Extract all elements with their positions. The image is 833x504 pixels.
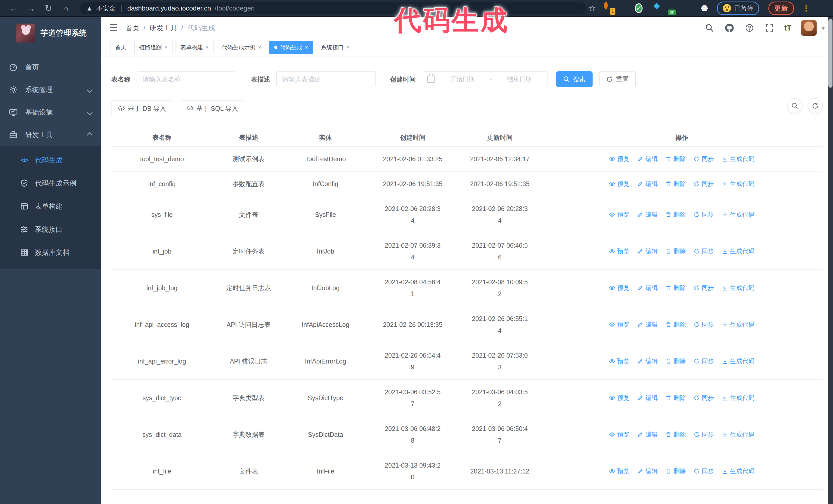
action-同步[interactable]: 同步 — [694, 467, 714, 475]
action-预览[interactable]: 预览 — [609, 357, 629, 365]
action-生成代码[interactable]: 生成代码 — [722, 284, 755, 292]
action-编辑[interactable]: 编辑 — [637, 211, 658, 219]
action-同步[interactable]: 同步 — [694, 394, 714, 402]
date-end-placeholder[interactable]: 结束日期 — [497, 75, 542, 83]
action-删除[interactable]: 删除 — [665, 394, 686, 402]
scrollbar-thumb[interactable] — [828, 19, 832, 88]
date-start-placeholder[interactable]: 开始日期 — [439, 75, 485, 83]
github-icon[interactable] — [724, 23, 735, 33]
import-sql-button[interactable]: 基于 SQL 导入 — [180, 100, 245, 116]
sidebar-item-infra[interactable]: 基础设施 — [0, 101, 101, 124]
toggle-search-button[interactable] — [787, 98, 802, 113]
action-生成代码[interactable]: 生成代码 — [722, 211, 755, 219]
action-预览[interactable]: 预览 — [609, 430, 629, 439]
action-同步[interactable]: 同步 — [694, 430, 714, 439]
tag-代码生成示例[interactable]: 代码生成示例× — [217, 41, 266, 54]
action-预览[interactable]: 预览 — [609, 467, 629, 475]
action-编辑[interactable]: 编辑 — [637, 180, 658, 188]
action-删除[interactable]: 删除 — [665, 180, 686, 188]
forward-icon[interactable]: → — [24, 3, 38, 13]
close-icon[interactable]: × — [206, 44, 209, 51]
sidebar-item-codegen[interactable]: </> 代码生成 — [0, 149, 101, 172]
action-编辑[interactable]: 编辑 — [637, 467, 658, 475]
action-预览[interactable]: 预览 — [609, 211, 629, 219]
action-编辑[interactable]: 编辑 — [637, 357, 658, 365]
action-同步[interactable]: 同步 — [694, 357, 714, 365]
paused-chip[interactable]: 已暂停 — [717, 2, 759, 15]
back-icon[interactable]: ← — [7, 3, 21, 13]
avatar-caret-icon[interactable]: ▾ — [822, 24, 825, 31]
browser-menu-icon[interactable]: ⋮ — [802, 3, 811, 13]
action-同步[interactable]: 同步 — [694, 284, 714, 292]
action-预览[interactable]: 预览 — [609, 320, 629, 329]
import-db-button[interactable]: 基于 DB 导入 — [111, 100, 173, 116]
action-同步[interactable]: 同步 — [694, 247, 714, 255]
not-secure-label[interactable]: 不安全 — [96, 4, 116, 13]
hamburger-icon[interactable]: ☰ — [109, 22, 118, 33]
reset-button[interactable]: 重置 — [599, 71, 636, 87]
url-host[interactable]: dashboard.yudao.iocoder.cn — [127, 4, 211, 12]
extension-gem-icon[interactable] — [620, 3, 630, 13]
action-删除[interactable]: 删除 — [665, 155, 686, 163]
extension-on-icon[interactable] — [668, 3, 677, 13]
action-删除[interactable]: 删除 — [665, 357, 686, 365]
action-同步[interactable]: 同步 — [694, 180, 714, 188]
action-编辑[interactable]: 编辑 — [637, 284, 658, 292]
sidebar-item-system[interactable]: 系统管理 — [0, 78, 101, 101]
app-logo-row[interactable]: 芋道管理系统 — [0, 17, 101, 49]
extension-check-icon[interactable]: ✓ — [636, 3, 646, 13]
tag-链路追踪[interactable]: 链路追踪× — [134, 41, 172, 54]
close-icon[interactable]: × — [305, 44, 308, 51]
tag-首页[interactable]: 首页 — [110, 41, 131, 54]
action-生成代码[interactable]: 生成代码 — [722, 155, 755, 163]
address-bar[interactable]: ▲ 不安全 dashboard.yudao.iocoder.cn/tool/co… — [80, 2, 586, 14]
tag-表单构建[interactable]: 表单构建× — [175, 41, 214, 54]
close-icon[interactable]: × — [258, 44, 261, 51]
sidebar-item-devtools[interactable]: 研发工具 — [0, 124, 101, 146]
search-button[interactable]: 搜索 — [556, 71, 593, 87]
action-删除[interactable]: 删除 — [665, 247, 686, 255]
font-size-icon[interactable]: tT — [784, 24, 791, 32]
action-编辑[interactable]: 编辑 — [637, 430, 658, 439]
action-删除[interactable]: 删除 — [665, 430, 686, 439]
action-编辑[interactable]: 编辑 — [637, 247, 658, 255]
extension-orange-icon[interactable]: 1 — [604, 3, 614, 13]
action-编辑[interactable]: 编辑 — [637, 320, 658, 329]
action-同步[interactable]: 同步 — [694, 211, 714, 219]
update-button[interactable]: 更新 — [768, 2, 794, 15]
sidebar-item-db-doc[interactable]: 数据库文档 — [0, 241, 101, 264]
action-预览[interactable]: 预览 — [609, 180, 629, 188]
action-生成代码[interactable]: 生成代码 — [722, 247, 755, 255]
action-预览[interactable]: 预览 — [609, 155, 629, 163]
avatar[interactable] — [801, 20, 816, 35]
date-range-picker[interactable]: 开始日期 - 结束日期 — [422, 71, 547, 87]
action-删除[interactable]: 删除 — [665, 211, 686, 219]
action-删除[interactable]: 删除 — [665, 284, 686, 292]
action-预览[interactable]: 预览 — [609, 394, 629, 402]
scrollbar[interactable] — [828, 17, 833, 504]
bookmark-star-icon[interactable]: ☆ — [588, 3, 596, 13]
sidebar-item-home[interactable]: 首页 — [0, 56, 101, 78]
action-删除[interactable]: 删除 — [665, 320, 686, 329]
sidebar-item-codegen-example[interactable]: 代码生成示例 — [0, 172, 101, 195]
action-删除[interactable]: 删除 — [665, 467, 686, 475]
table-desc-input[interactable] — [276, 71, 376, 87]
breadcrumb-devtools[interactable]: 研发工具 — [150, 23, 177, 32]
action-预览[interactable]: 预览 — [609, 284, 629, 292]
refresh-table-button[interactable] — [808, 98, 823, 113]
action-编辑[interactable]: 编辑 — [637, 394, 658, 402]
action-生成代码[interactable]: 生成代码 — [722, 320, 755, 329]
help-icon[interactable] — [744, 23, 755, 33]
table-name-input[interactable] — [137, 71, 236, 87]
close-icon[interactable]: × — [346, 44, 349, 51]
fullscreen-icon[interactable] — [764, 23, 775, 33]
action-编辑[interactable]: 编辑 — [637, 155, 658, 163]
breadcrumb-home[interactable]: 首页 — [125, 23, 139, 32]
action-同步[interactable]: 同步 — [694, 155, 714, 163]
sidebar-item-form-builder[interactable]: 表单构建 — [0, 195, 101, 218]
tag-代码生成[interactable]: 代码生成× — [269, 41, 313, 54]
sidebar-item-system-api[interactable]: 系统接口 — [0, 218, 101, 241]
extension-grid-icon[interactable] — [652, 3, 662, 13]
reload-icon[interactable]: ↻ — [42, 3, 55, 13]
action-预览[interactable]: 预览 — [609, 247, 629, 255]
